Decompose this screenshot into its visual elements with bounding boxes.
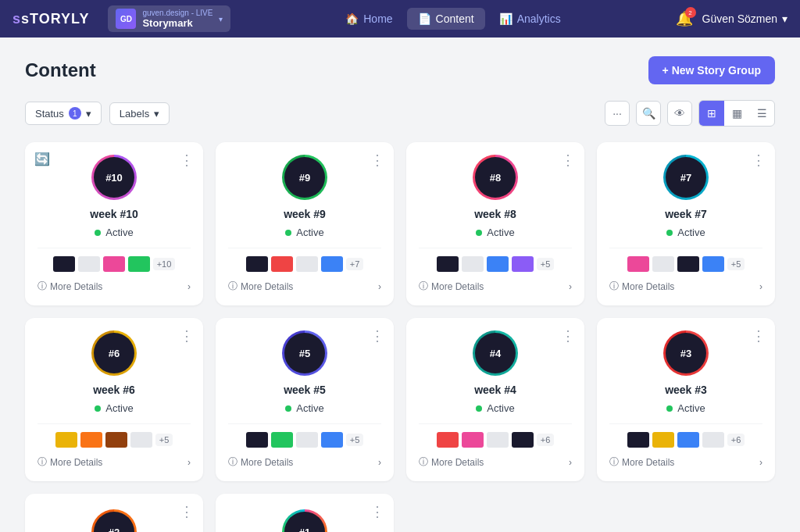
- list-view-button[interactable]: ☰: [749, 101, 774, 126]
- card-menu-button[interactable]: ⋮: [180, 327, 194, 345]
- new-story-group-button[interactable]: + New Story Group: [648, 56, 775, 84]
- thumb-count: +5: [155, 434, 173, 446]
- more-details-link[interactable]: ⓘ More Details ›: [38, 280, 191, 293]
- info-icon: ⓘ: [419, 455, 428, 469]
- status-dot: [476, 405, 482, 412]
- thumbnail: [55, 432, 77, 448]
- status-filter[interactable]: Status 1 ▾: [25, 102, 102, 125]
- card-divider: [419, 423, 572, 424]
- more-details-link[interactable]: ⓘ More Details ›: [228, 280, 381, 293]
- content-icon: 📄: [418, 12, 431, 25]
- card-menu-button[interactable]: ⋮: [180, 152, 194, 169]
- chevron-right-icon: ›: [569, 457, 572, 468]
- card-menu-button[interactable]: ⋮: [370, 327, 384, 345]
- notification-bell[interactable]: 🔔 2: [676, 10, 693, 27]
- card-menu-button[interactable]: ⋮: [180, 503, 194, 520]
- thumbnail: [53, 256, 75, 272]
- grid-view-button[interactable]: ⊞: [699, 101, 724, 126]
- more-options-button[interactable]: ···: [605, 101, 630, 126]
- preview-button[interactable]: 👁: [667, 101, 692, 126]
- card-menu-button[interactable]: ⋮: [561, 152, 575, 169]
- card-menu-button[interactable]: ⋮: [561, 327, 575, 345]
- workspace-info: guven.design - LIVE Storymark: [142, 9, 212, 29]
- thumbnail: [128, 256, 150, 272]
- more-details-link[interactable]: ⓘ More Details ›: [609, 455, 762, 469]
- more-details-link[interactable]: ⓘ More Details ›: [228, 455, 381, 469]
- status-label: Active: [677, 227, 705, 238]
- nav-analytics[interactable]: 📊 Analytics: [488, 8, 572, 30]
- story-card-week9: ⋮ #9 week #9 Active +7 ⓘ: [216, 142, 394, 305]
- info-icon: ⓘ: [38, 455, 47, 469]
- more-icon: ···: [612, 107, 622, 120]
- search-icon: 🔍: [642, 107, 655, 120]
- info-icon: ⓘ: [609, 280, 619, 293]
- search-button[interactable]: 🔍: [636, 101, 661, 126]
- card-thumbnails: +5: [228, 432, 381, 448]
- card-menu-button[interactable]: ⋮: [370, 152, 384, 169]
- avatar: #7: [666, 157, 706, 198]
- eye-icon: 👁: [674, 107, 685, 120]
- chevron-right-icon: ›: [759, 281, 762, 292]
- compact-view-button[interactable]: ▦: [724, 101, 749, 126]
- thumb-count: +6: [727, 434, 745, 446]
- user-menu[interactable]: Güven Sözmen ▾: [702, 12, 788, 25]
- card-status: Active: [228, 402, 381, 414]
- more-details-link[interactable]: ⓘ More Details ›: [419, 280, 572, 293]
- workspace-switcher[interactable]: GD guven.design - LIVE Storymark ▾: [108, 5, 230, 32]
- thumbnail: [627, 432, 649, 448]
- card-thumbnails: +6: [609, 432, 762, 448]
- labels-chevron-icon: ▾: [154, 108, 159, 120]
- card-status: Active: [38, 402, 191, 414]
- chevron-right-icon: ›: [378, 281, 381, 292]
- thumbnail: [512, 256, 534, 272]
- card-title: week #8: [419, 208, 572, 220]
- card-divider: [228, 423, 381, 424]
- logo-s: s: [12, 11, 21, 27]
- more-details-label: More Details: [50, 457, 102, 468]
- chevron-right-icon: ›: [378, 457, 381, 468]
- thumbnail: [652, 256, 674, 272]
- chevron-right-icon: ›: [188, 281, 191, 292]
- more-details-link[interactable]: ⓘ More Details ›: [609, 280, 762, 293]
- card-menu-button[interactable]: ⋮: [370, 503, 384, 520]
- more-details-label: More Details: [431, 281, 484, 292]
- avatar: #1: [284, 512, 325, 532]
- thumbnail: [487, 256, 509, 272]
- more-details-label: More Details: [50, 281, 102, 292]
- card-avatar-wrap: #5: [228, 330, 381, 376]
- story-card-week3: ⋮ #3 week #3 Active +6 ⓘ: [597, 318, 775, 481]
- thumbnail: [78, 256, 100, 272]
- card-divider: [419, 248, 572, 248]
- card-avatar-wrap: #8: [419, 155, 572, 200]
- thumbnail: [105, 432, 127, 448]
- view-toggle: ⊞ ▦ ☰: [698, 100, 775, 127]
- status-dot: [285, 405, 291, 412]
- card-title: week #4: [419, 384, 572, 396]
- story-card-week2-partial: ⋮ #2: [25, 494, 203, 532]
- nav-content[interactable]: 📄 Content: [407, 8, 485, 30]
- toolbar-right: ··· 🔍 👁 ⊞ ▦ ☰: [605, 100, 775, 127]
- thumbnail: [437, 432, 459, 448]
- more-details-label: More Details: [622, 281, 674, 292]
- labels-filter[interactable]: Labels ▾: [109, 102, 170, 125]
- card-avatar-wrap: #10: [38, 155, 191, 200]
- avatar-ring: #2: [91, 509, 137, 532]
- card-menu-button[interactable]: ⋮: [752, 327, 766, 345]
- card-menu-button[interactable]: ⋮: [752, 152, 766, 169]
- thumbnail: [296, 432, 318, 448]
- more-details-label: More Details: [622, 457, 674, 468]
- thumbnail: [103, 256, 125, 272]
- card-divider: [609, 248, 762, 248]
- more-details-link[interactable]: ⓘ More Details ›: [38, 455, 191, 469]
- more-details-link[interactable]: ⓘ More Details ›: [419, 455, 572, 469]
- story-card-week1-partial: ⋮ #1: [216, 494, 394, 532]
- card-divider: [228, 248, 381, 248]
- more-details-label: More Details: [431, 457, 484, 468]
- status-label: Active: [296, 227, 323, 238]
- thumbnail: [271, 432, 293, 448]
- story-card-week8: ⋮ #8 week #8 Active +5 ⓘ: [406, 142, 584, 305]
- nav-home[interactable]: 🏠 Home: [334, 8, 403, 30]
- workspace-chevron-icon: ▾: [219, 15, 223, 23]
- thumb-count: +5: [727, 258, 745, 270]
- thumbnail: [321, 256, 343, 272]
